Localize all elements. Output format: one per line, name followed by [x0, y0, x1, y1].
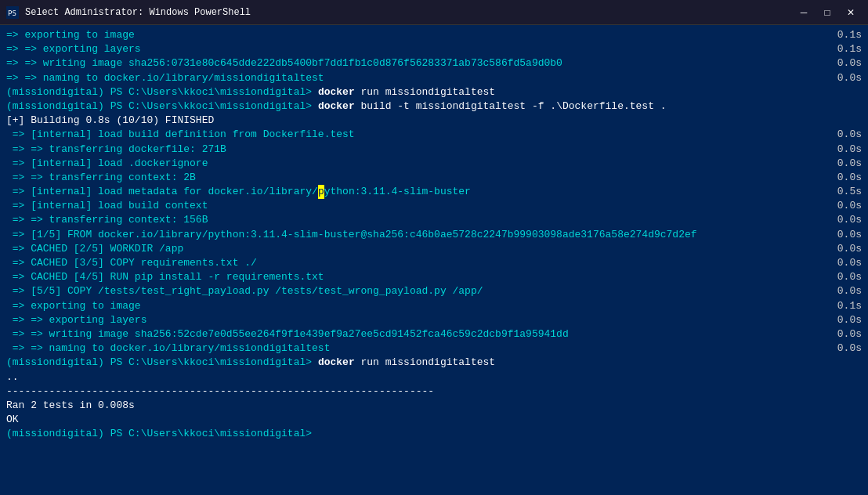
powershell-icon: PS [6, 6, 19, 19]
terminal-line: => [5/5] COPY /tests/test_right_payload.… [6, 284, 862, 298]
minimize-button[interactable]: ─ [793, 5, 815, 20]
titlebar-left: PS Select Administrator: Windows PowerSh… [6, 6, 251, 19]
terminal-line: => CACHED [3/5] COPY requirements.txt ./… [6, 256, 862, 270]
terminal-line: (missiondigital) PS C:\Users\kkoci\missi… [6, 85, 862, 99]
svg-text:PS: PS [8, 9, 16, 17]
terminal-line: ----------------------------------------… [6, 385, 862, 399]
terminal-output: => exporting to image0.1s=> => exporting… [0, 25, 868, 495]
terminal-line: [+] Building 0.8s (10/10) FINISHED [6, 114, 862, 128]
terminal-line: => => transferring context: 2B0.0s [6, 171, 862, 185]
terminal-line: => [internal] load .dockerignore0.0s [6, 157, 862, 171]
terminal-line: => exporting to image0.1s [6, 299, 862, 313]
terminal-line: => CACHED [4/5] RUN pip install -r requi… [6, 270, 862, 284]
terminal-line: => => transferring context: 156B0.0s [6, 213, 862, 227]
terminal-line: => CACHED [2/5] WORKDIR /app0.0s [6, 242, 862, 256]
close-button[interactable]: ✕ [840, 5, 862, 20]
terminal-line: => => exporting layers0.1s [6, 42, 862, 56]
maximize-button[interactable]: □ [816, 5, 838, 20]
terminal-line: => => naming to docker.io/library/missio… [6, 341, 862, 356]
terminal-line: OK [6, 413, 862, 427]
terminal-line: => exporting to image0.1s [6, 28, 862, 42]
terminal-line: => => writing image sha256:52cde7e0d55ee… [6, 327, 862, 341]
terminal-line: (missiondigital) PS C:\Users\kkoci\missi… [6, 99, 862, 114]
terminal-line: => [internal] load build definition from… [6, 128, 862, 142]
titlebar: PS Select Administrator: Windows PowerSh… [0, 0, 868, 25]
terminal-line: (missiondigital) PS C:\Users\kkoci\missi… [6, 427, 862, 441]
terminal-line: => => writing image sha256:0731e80c645dd… [6, 56, 862, 70]
terminal-line: => [1/5] FROM docker.io/library/python:3… [6, 228, 862, 242]
terminal-line: => => exporting layers0.0s [6, 313, 862, 327]
titlebar-title: Select Administrator: Windows PowerShell [25, 7, 251, 18]
terminal-line: => => transferring dockerfile: 271B0.0s [6, 143, 862, 157]
terminal-line: => [internal] load build context0.0s [6, 199, 862, 213]
terminal-line: => [internal] load metadata for docker.i… [6, 185, 862, 199]
terminal-line: => => naming to docker.io/library/missio… [6, 71, 862, 85]
terminal-line: (missiondigital) PS C:\Users\kkoci\missi… [6, 356, 862, 370]
titlebar-controls: ─ □ ✕ [793, 5, 862, 20]
terminal-line: Ran 2 tests in 0.008s [6, 399, 862, 413]
terminal-line: .. [6, 370, 862, 385]
